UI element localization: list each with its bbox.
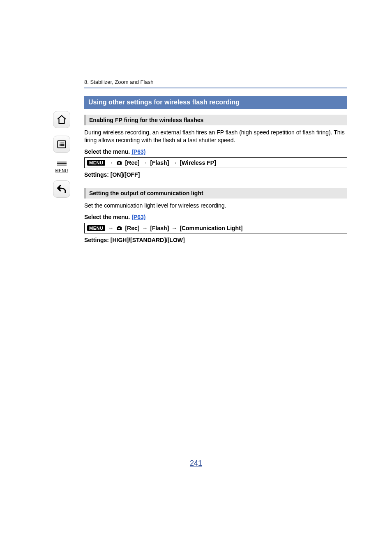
menu-label: MENU	[53, 169, 70, 173]
back-button[interactable]	[53, 180, 70, 198]
svg-point-10	[118, 162, 120, 164]
arrow-icon: →	[171, 159, 177, 166]
list-icon	[56, 139, 67, 150]
arrow-icon: →	[142, 159, 148, 166]
back-arrow-icon	[56, 184, 67, 194]
subhead-fp-firing: Enabling FP firing for the wireless flas…	[84, 115, 347, 125]
arrow-icon: →	[108, 159, 113, 166]
camera-icon	[116, 160, 122, 166]
contents-button[interactable]	[53, 136, 70, 153]
path-flash: [Flash]	[150, 225, 169, 231]
subhead-communication-light: Setting the output of communication ligh…	[84, 188, 347, 199]
home-icon	[56, 114, 67, 125]
side-nav: MENU	[49, 111, 74, 198]
select-menu-label: Select the menu.	[84, 148, 130, 155]
settings-options: Settings: [ON]/[OFF]	[84, 171, 347, 178]
camera-icon	[116, 225, 122, 231]
select-menu-label: Select the menu.	[84, 214, 130, 220]
path-rec: [Rec]	[125, 159, 139, 166]
arrow-icon: →	[108, 225, 113, 231]
section-title: Using other settings for wireless flash …	[84, 96, 347, 109]
menu-bars-icon	[55, 161, 68, 166]
paragraph: Set the communication light level for wi…	[84, 202, 347, 210]
page-ref-link[interactable]: (P63)	[131, 148, 145, 155]
select-menu-line: Select the menu. (P63)	[84, 214, 347, 220]
menu-button[interactable]: MENU	[53, 160, 70, 173]
svg-point-11	[118, 227, 120, 229]
chapter-breadcrumb: 8. Stabilizer, Zoom and Flash	[84, 79, 347, 85]
page-ref-link[interactable]: (P63)	[131, 214, 145, 220]
page-number[interactable]: 241	[0, 459, 392, 468]
paragraph: During wireless recording, an external f…	[84, 129, 347, 144]
arrow-icon: →	[171, 225, 177, 231]
menu-badge-icon: MENU	[87, 225, 105, 231]
home-button[interactable]	[53, 111, 70, 128]
menu-path-box: MENU → [Rec] → [Flash] → [Wireless FP]	[84, 157, 347, 168]
path-flash: [Flash]	[150, 159, 169, 166]
arrow-icon: →	[142, 225, 148, 231]
divider	[84, 88, 347, 88]
path-target: [Communication Light]	[180, 225, 242, 231]
page: MENU 8. Stabilizer, Zoom and Flash Using…	[0, 0, 392, 554]
select-menu-line: Select the menu. (P63)	[84, 148, 347, 155]
settings-options: Settings: [HIGH]/[STANDARD]/[LOW]	[84, 237, 347, 243]
path-target: [Wireless FP]	[180, 159, 216, 166]
content: 8. Stabilizer, Zoom and Flash Using othe…	[84, 79, 347, 253]
path-rec: [Rec]	[125, 225, 139, 231]
menu-path-box: MENU → [Rec] → [Flash] → [Communication …	[84, 223, 347, 233]
menu-badge-icon: MENU	[87, 160, 105, 166]
